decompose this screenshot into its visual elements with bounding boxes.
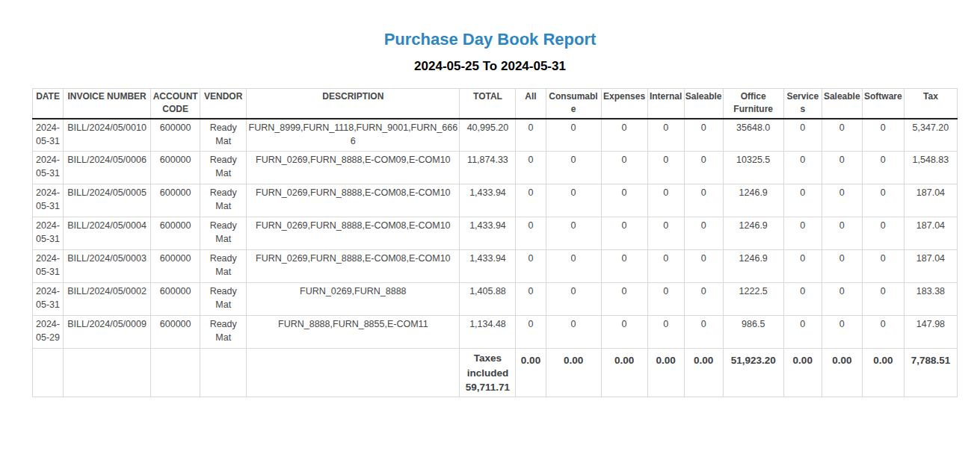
cell-consumable: 0 <box>546 152 601 184</box>
cell-date: 2024-05-31 <box>33 119 64 152</box>
column-header-internal: Internal <box>647 89 684 119</box>
cell-total: 11,874.33 <box>460 152 516 184</box>
cell-all: 0 <box>516 119 546 152</box>
cell-services: 0 <box>783 217 822 250</box>
cell-tax: 147.98 <box>904 316 957 349</box>
cell-saleable-2: 0 <box>822 316 862 349</box>
cell-internal: 0 <box>647 184 684 217</box>
cell-invoice-number: BILL/2024/05/0003 <box>64 250 151 283</box>
cell-all: 0 <box>516 316 546 349</box>
cell-description: FURN_0269,FURN_8888,E-COM08,E-COM10 <box>247 184 460 217</box>
cell-vendor: Ready Mat <box>200 184 247 217</box>
cell-services: 0 <box>783 152 822 184</box>
totals-row: Taxes included59,711.710.000.000.000.000… <box>33 349 958 397</box>
cell-office-furniture: 1246.9 <box>723 217 783 250</box>
cell-tax: 183.38 <box>904 283 957 316</box>
cell-description: FURN_0269,FURN_8888 <box>247 283 460 316</box>
cell-account-code: 600000 <box>151 283 200 316</box>
cell-expenses: 0 <box>601 184 647 217</box>
cell-all: 0 <box>516 283 546 316</box>
column-header-date: DATE <box>33 89 64 119</box>
cell-total: 1,134.48 <box>460 316 516 349</box>
cell-software: 0 <box>862 283 904 316</box>
cell-office-furniture: 1246.9 <box>723 250 783 283</box>
cell-expenses: 0 <box>601 250 647 283</box>
cell-internal: 0 <box>647 316 684 349</box>
totals-taxes-included-label: Taxes included <box>460 351 514 380</box>
cell-vendor: Ready Mat <box>200 283 247 316</box>
cell-description: FURN_0269,FURN_8888,E-COM08,E-COM10 <box>247 250 460 283</box>
cell-saleable: 0 <box>684 152 723 184</box>
cell-saleable-2: 0 <box>822 119 862 152</box>
total-services: 0.00 <box>783 349 822 397</box>
cell-invoice-number: BILL/2024/05/0010 <box>64 119 151 152</box>
cell-all: 0 <box>516 184 546 217</box>
cell-internal: 0 <box>647 217 684 250</box>
cell-office-furniture: 10325.5 <box>723 152 783 184</box>
cell-expenses: 0 <box>601 283 647 316</box>
cell-tax: 187.04 <box>904 250 957 283</box>
total-expenses: 0.00 <box>601 349 647 397</box>
cell-expenses: 0 <box>601 316 647 349</box>
column-header-saleable: Saleable <box>684 89 723 119</box>
column-header-consumable: Consumable <box>546 89 601 119</box>
cell-office-furniture: 1246.9 <box>723 184 783 217</box>
column-header-description: DESCRIPTION <box>247 89 460 119</box>
total-all: 0.00 <box>516 349 546 397</box>
cell-total: 1,405.88 <box>460 283 516 316</box>
cell-consumable: 0 <box>546 184 601 217</box>
column-header-tax: Tax <box>904 89 957 119</box>
table-row: 2024-05-31BILL/2024/05/0003600000Ready M… <box>33 250 958 283</box>
cell-saleable: 0 <box>684 217 723 250</box>
totals-grand-total: 59,711.71 <box>460 380 514 395</box>
table-body: 2024-05-31BILL/2024/05/0010600000Ready M… <box>33 119 958 349</box>
totals-empty-cell <box>64 349 151 397</box>
report-date-range: 2024-05-25 To 2024-05-31 <box>0 59 980 74</box>
totals-empty-cell <box>151 349 200 397</box>
column-header-account-code: ACCOUNT CODE <box>151 89 200 119</box>
cell-description: FURN_8888,FURN_8855,E-COM11 <box>247 316 460 349</box>
cell-internal: 0 <box>647 152 684 184</box>
cell-consumable: 0 <box>546 283 601 316</box>
cell-services: 0 <box>783 316 822 349</box>
cell-saleable-2: 0 <box>822 217 862 250</box>
cell-date: 2024-05-29 <box>33 316 64 349</box>
cell-tax: 187.04 <box>904 184 957 217</box>
cell-total: 40,995.20 <box>460 119 516 152</box>
cell-description: FURN_0269,FURN_8888,E-COM09,E-COM10 <box>247 152 460 184</box>
cell-saleable-2: 0 <box>822 152 862 184</box>
cell-office-furniture: 986.5 <box>723 316 783 349</box>
cell-saleable: 0 <box>684 119 723 152</box>
cell-account-code: 600000 <box>151 119 200 152</box>
cell-software: 0 <box>862 316 904 349</box>
cell-date: 2024-05-31 <box>33 184 64 217</box>
table-row: 2024-05-29BILL/2024/05/0009600000Ready M… <box>33 316 958 349</box>
table-row: 2024-05-31BILL/2024/05/0002600000Ready M… <box>33 283 958 316</box>
totals-empty-cell <box>33 349 64 397</box>
cell-saleable-2: 0 <box>822 283 862 316</box>
report-page: Purchase Day Book Report 2024-05-25 To 2… <box>0 0 980 463</box>
cell-invoice-number: BILL/2024/05/0009 <box>64 316 151 349</box>
table-row: 2024-05-31BILL/2024/05/0005600000Ready M… <box>33 184 958 217</box>
total-software: 0.00 <box>862 349 904 397</box>
cell-account-code: 600000 <box>151 250 200 283</box>
cell-all: 0 <box>516 152 546 184</box>
cell-vendor: Ready Mat <box>200 217 247 250</box>
cell-internal: 0 <box>647 250 684 283</box>
cell-software: 0 <box>862 250 904 283</box>
totals-empty-cell <box>200 349 247 397</box>
column-header-all: All <box>516 89 546 119</box>
cell-software: 0 <box>862 119 904 152</box>
cell-services: 0 <box>783 184 822 217</box>
cell-tax: 187.04 <box>904 217 957 250</box>
cell-total: 1,433.94 <box>460 184 516 217</box>
total-consumable: 0.00 <box>546 349 601 397</box>
cell-software: 0 <box>862 217 904 250</box>
cell-expenses: 0 <box>601 217 647 250</box>
cell-services: 0 <box>783 250 822 283</box>
cell-account-code: 600000 <box>151 152 200 184</box>
cell-services: 0 <box>783 283 822 316</box>
cell-tax: 1,548.83 <box>904 152 957 184</box>
table-header-row: DATEINVOICE NUMBERACCOUNT CODEVENDORDESC… <box>33 89 958 119</box>
cell-date: 2024-05-31 <box>33 217 64 250</box>
